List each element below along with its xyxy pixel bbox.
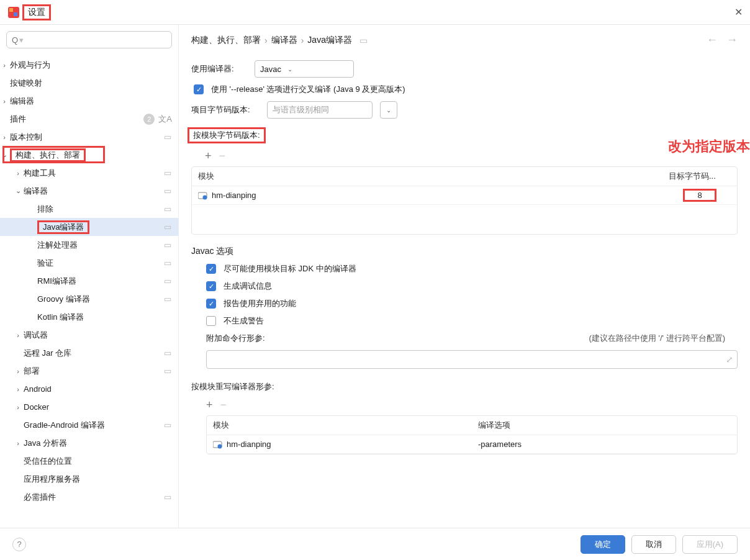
- sidebar-item[interactable]: Groovy 编译器▭: [0, 290, 178, 308]
- sidebar-item[interactable]: ›Docker: [0, 398, 178, 416]
- search-input[interactable]: Q▾: [6, 31, 172, 48]
- cancel-button[interactable]: 取消: [631, 535, 676, 554]
- chevron-icon: ›: [0, 97, 9, 105]
- breadcrumb-part[interactable]: 构建、执行、部署: [191, 35, 261, 46]
- sidebar-item[interactable]: 验证▭: [0, 254, 178, 272]
- sidebar-item[interactable]: ›Java 分析器: [0, 434, 178, 452]
- sidebar-item-label: Kotlin 编译器: [37, 312, 84, 323]
- sidebar-item-label: 构建工具: [24, 168, 56, 179]
- target-value[interactable]: 8: [683, 189, 716, 202]
- release-label: 使用 '--release' 选项进行交叉编译 (Java 9 及更高版本): [211, 84, 405, 95]
- sidebar-item[interactable]: 注解处理器▭: [0, 236, 178, 254]
- add-icon-2[interactable]: +: [206, 399, 213, 412]
- sidebar-item-label: 构建、执行、部署: [10, 148, 86, 162]
- sidebar-item-label: Android: [24, 384, 52, 394]
- sidebar-item-label: Java 分析器: [24, 438, 67, 449]
- sidebar-item-label: 部署: [24, 366, 40, 377]
- sidebar-item[interactable]: ›版本控制▭: [0, 128, 178, 146]
- footer: ? 确定 取消 应用(A): [0, 528, 750, 560]
- svg-point-4: [203, 195, 207, 199]
- override-table: 模块 编译选项 hm-dianping -parameters: [206, 415, 738, 454]
- sidebar-item[interactable]: RMI编译器▭: [0, 272, 178, 290]
- svg-rect-1: [9, 8, 13, 12]
- opt3-checkbox[interactable]: ✓: [206, 299, 216, 309]
- compiler-select[interactable]: Javac⌄: [255, 60, 354, 78]
- sidebar-item[interactable]: ›构建工具▭: [0, 164, 178, 182]
- breadcrumb-part[interactable]: Java编译器: [307, 35, 352, 46]
- add-icon[interactable]: +: [205, 150, 212, 163]
- table-row[interactable]: hm-dianping 8: [192, 186, 737, 205]
- svg-rect-2: [14, 12, 17, 16]
- sidebar: Q▾ ›外观与行为按键映射›编辑器插件2文A›版本控制▭⌄构建、执行、部署›构建…: [0, 25, 179, 528]
- sidebar-item-label: Java编译器: [37, 220, 89, 234]
- nav-back-icon[interactable]: ←: [707, 34, 718, 47]
- opt2-checkbox[interactable]: ✓: [206, 281, 216, 291]
- sidebar-item-label: 排除: [37, 204, 53, 215]
- sidebar-item[interactable]: 必需插件▭: [0, 488, 178, 506]
- cmd-args-input[interactable]: ⤢: [206, 350, 738, 369]
- chevron-icon: ›: [14, 368, 22, 375]
- sidebar-item[interactable]: ⌄构建、执行、部署: [0, 146, 178, 164]
- sidebar-item[interactable]: Java编译器▭: [0, 218, 178, 236]
- expand-icon[interactable]: ⤢: [726, 355, 733, 364]
- scope-icon: ▭: [163, 258, 172, 268]
- module-icon: [213, 440, 223, 449]
- sidebar-item[interactable]: ›Android: [0, 380, 178, 398]
- bytecode-dropdown[interactable]: ⌄: [380, 101, 397, 119]
- sidebar-item[interactable]: ›调试器: [0, 326, 178, 344]
- sidebar-item[interactable]: ›外观与行为: [0, 56, 178, 74]
- opt3-label: 报告使用弃用的功能: [224, 298, 296, 309]
- help-icon[interactable]: ?: [12, 538, 26, 551]
- cmd-label: 附加命令行形参:: [206, 333, 265, 344]
- remove-icon[interactable]: −: [219, 150, 226, 163]
- scope-icon: ▭: [163, 420, 172, 430]
- sidebar-item[interactable]: ⌄编译器▭: [0, 182, 178, 200]
- scope-icon: ▭: [163, 240, 172, 250]
- opt1-checkbox[interactable]: ✓: [206, 264, 216, 274]
- remove-icon-2[interactable]: −: [220, 399, 227, 412]
- sidebar-item-label: 编辑器: [10, 96, 34, 107]
- sidebar-item-label: Groovy 编译器: [37, 294, 90, 305]
- breadcrumb-part[interactable]: 编译器: [271, 35, 297, 46]
- close-icon[interactable]: ✕: [734, 6, 743, 18]
- nav-forward-icon[interactable]: →: [726, 34, 738, 47]
- sidebar-item-label: 按键映射: [10, 78, 42, 89]
- scope-icon: ▭: [163, 492, 172, 502]
- sidebar-item[interactable]: Kotlin 编译器: [0, 308, 178, 326]
- module-icon: [198, 191, 208, 200]
- sidebar-item-label: 注解处理器: [37, 240, 78, 251]
- scope-icon: ▭: [163, 204, 172, 214]
- scope-icon: ▭: [163, 132, 172, 142]
- sidebar-item-label: 必需插件: [24, 492, 56, 503]
- sidebar-item[interactable]: 插件2文A: [0, 110, 178, 128]
- annotation-text: 改为指定版本: [668, 137, 750, 156]
- chevron-icon: ›: [14, 386, 22, 393]
- sidebar-item[interactable]: 远程 Jar 仓库▭: [0, 344, 178, 362]
- release-checkbox[interactable]: ✓: [194, 84, 204, 94]
- bytecode-input[interactable]: 与语言级别相同: [267, 101, 373, 119]
- chevron-icon: ›: [14, 440, 22, 447]
- sidebar-item-label: 版本控制: [10, 132, 42, 143]
- sidebar-item-label: RMI编译器: [37, 276, 76, 287]
- sidebar-item[interactable]: Gradle-Android 编译器▭: [0, 416, 178, 434]
- breadcrumb: 构建、执行、部署›编译器›Java编译器▭: [191, 35, 368, 46]
- sidebar-item[interactable]: ›部署▭: [0, 362, 178, 380]
- ok-button[interactable]: 确定: [581, 535, 625, 554]
- sidebar-item[interactable]: ›编辑器: [0, 92, 178, 110]
- table-col-module: 模块: [192, 167, 662, 186]
- apply-button[interactable]: 应用(A): [682, 535, 738, 554]
- chevron-icon: ›: [0, 133, 9, 141]
- opt1-label: 尽可能使用模块目标 JDK 中的编译器: [224, 263, 356, 274]
- scope-icon: ▭: [163, 276, 172, 286]
- sidebar-item-label: Gradle-Android 编译器: [24, 420, 105, 431]
- opt4-checkbox[interactable]: [206, 316, 216, 326]
- sidebar-item-label: 调试器: [24, 330, 48, 341]
- window-title: 设置: [22, 4, 51, 20]
- sidebar-item[interactable]: 应用程序服务器: [0, 470, 178, 488]
- table-row[interactable]: hm-dianping -parameters: [207, 435, 737, 454]
- sidebar-item[interactable]: 受信任的位置: [0, 452, 178, 470]
- sidebar-item[interactable]: 排除▭: [0, 200, 178, 218]
- chevron-icon: ⌄: [14, 187, 22, 195]
- sidebar-item[interactable]: 按键映射: [0, 74, 178, 92]
- compiler-label: 使用编译器:: [191, 63, 247, 75]
